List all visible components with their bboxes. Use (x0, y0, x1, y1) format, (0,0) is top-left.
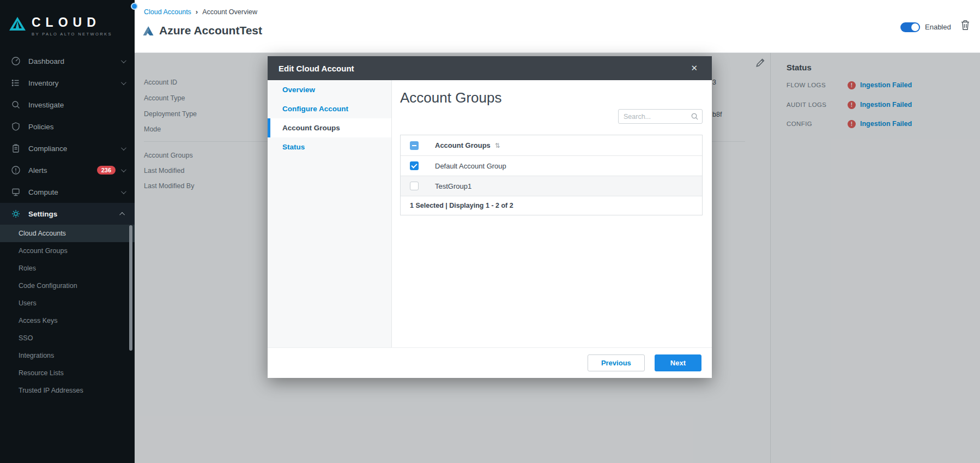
chevron-down-icon (121, 80, 126, 85)
sidebar-item-sso[interactable]: SSO (0, 329, 135, 347)
modal-tab-configure-account[interactable]: Configure Account (268, 99, 391, 118)
row-checkbox[interactable] (410, 161, 419, 170)
sidebar-item-account-groups[interactable]: Account Groups (0, 242, 135, 260)
sidebar-item-users[interactable]: Users (0, 294, 135, 312)
modal-body: Overview Configure Account Account Group… (268, 80, 712, 347)
sidebar-item-policies[interactable]: Policies (0, 116, 135, 137)
search-row (400, 109, 703, 124)
sidebar-item-label: Settings (28, 210, 121, 218)
alerts-count-badge: 236 (97, 166, 116, 175)
page-root: CLOUD BY PALO ALTO NETWORKS Dashboard In… (0, 0, 980, 463)
modal-content: Account Groups Account Groups ⇅ (392, 80, 712, 347)
account-group-name: Default Account Group (435, 162, 506, 170)
modal-tab-overview[interactable]: Overview (268, 80, 391, 99)
sidebar-item-label: Inventory (28, 79, 121, 87)
settings-submenu: Cloud Accounts Account Groups Roles Code… (0, 225, 135, 399)
sidebar-item-integrations[interactable]: Integrations (0, 347, 135, 364)
page-title: Azure AccountTest (159, 24, 262, 37)
modal-tab-status[interactable]: Status (268, 137, 391, 157)
next-button[interactable]: Next (655, 354, 701, 371)
sidebar-item-inventory[interactable]: Inventory (0, 72, 135, 94)
search-input[interactable] (618, 109, 703, 124)
sidebar-item-label: Investigate (28, 101, 125, 109)
sidebar-item-label: Policies (28, 123, 125, 131)
sidebar-item-code-configuration[interactable]: Code Configuration (0, 277, 135, 294)
enabled-toggle[interactable] (900, 22, 920, 32)
sidebar-item-access-keys[interactable]: Access Keys (0, 312, 135, 329)
modal-header: Edit Cloud Account ✕ (268, 56, 712, 80)
breadcrumb-cloud-accounts[interactable]: Cloud Accounts (144, 8, 191, 16)
edit-cloud-account-modal: Edit Cloud Account ✕ Overview Configure … (268, 56, 712, 378)
modal-nav: Overview Configure Account Account Group… (268, 80, 392, 347)
sidebar-item-label: Dashboard (28, 57, 121, 65)
column-header-account-groups[interactable]: Account Groups (435, 141, 491, 149)
sidebar-item-label: Alerts (28, 166, 97, 175)
clipboard-icon (11, 143, 21, 153)
logo-title: CLOUD (32, 15, 112, 30)
table-footer: 1 Selected | Displaying 1 - 2 of 2 (401, 196, 702, 215)
account-group-name: TestGroup1 (435, 182, 471, 190)
select-all-checkbox[interactable] (410, 141, 419, 150)
search-icon (691, 112, 699, 121)
chevron-down-icon (121, 167, 126, 172)
gear-icon (11, 209, 21, 219)
azure-icon (142, 26, 154, 36)
title-row: Azure AccountTest (142, 24, 262, 37)
chevron-down-icon (121, 58, 126, 63)
account-groups-table: Account Groups ⇅ Default Account Group T… (400, 135, 703, 215)
table-row[interactable]: TestGroup1 (401, 176, 702, 196)
table-header-row: Account Groups ⇅ (401, 135, 702, 156)
sidebar-item-compute[interactable]: Compute (0, 181, 135, 203)
row-checkbox[interactable] (410, 182, 419, 190)
breadcrumb: Cloud Accounts › Account Overview (144, 8, 257, 16)
sidebar-item-trusted-ip-addresses[interactable]: Trusted IP Addresses (0, 382, 135, 399)
shield-icon (11, 122, 21, 131)
sidebar-item-investigate[interactable]: Investigate (0, 94, 135, 116)
cloud-logo-icon (9, 16, 26, 31)
brand-logo: CLOUD BY PALO ALTO NETWORKS (9, 15, 112, 37)
sidebar-item-cloud-accounts[interactable]: Cloud Accounts (0, 225, 135, 242)
close-icon[interactable]: ✕ (687, 61, 701, 75)
chevron-down-icon (121, 145, 126, 151)
help-beacon[interactable] (131, 3, 138, 10)
sidebar-item-label: Compliance (28, 145, 121, 153)
sidebar-item-settings[interactable]: Settings (0, 203, 135, 225)
sidebar-scrollbar[interactable] (129, 225, 132, 351)
search-box (618, 109, 703, 124)
previous-button[interactable]: Previous (588, 354, 645, 371)
trash-icon[interactable] (960, 20, 971, 32)
sidebar-item-dashboard[interactable]: Dashboard (0, 50, 135, 72)
sidebar-nav: Dashboard Inventory Investigate Policies… (0, 50, 135, 225)
chevron-down-icon (121, 189, 126, 194)
page-header: Cloud Accounts › Account Overview Azure … (135, 0, 980, 53)
modal-footer: Previous Next (268, 347, 712, 378)
modal-title: Edit Cloud Account (279, 64, 687, 73)
sidebar: CLOUD BY PALO ALTO NETWORKS Dashboard In… (0, 0, 135, 463)
modal-tab-account-groups[interactable]: Account Groups (268, 118, 391, 137)
compute-icon (11, 187, 21, 197)
sort-icon[interactable]: ⇅ (495, 142, 500, 149)
sidebar-item-roles[interactable]: Roles (0, 260, 135, 277)
table-row[interactable]: Default Account Group (401, 156, 702, 176)
dashboard-icon (11, 56, 21, 66)
sidebar-item-compliance[interactable]: Compliance (0, 137, 135, 159)
breadcrumb-separator-icon: › (196, 8, 198, 16)
modal-section-heading: Account Groups (400, 89, 703, 106)
logo-subtitle: BY PALO ALTO NETWORKS (32, 32, 112, 37)
sidebar-item-resource-lists[interactable]: Resource Lists (0, 364, 135, 382)
sidebar-item-label: Compute (28, 188, 121, 196)
search-icon (11, 100, 21, 110)
alert-icon (11, 165, 21, 175)
breadcrumb-account-overview: Account Overview (202, 8, 257, 16)
inventory-icon (11, 78, 21, 88)
toggle-knob (911, 23, 919, 31)
sidebar-item-alerts[interactable]: Alerts 236 (0, 159, 135, 181)
enabled-label: Enabled (925, 23, 951, 31)
